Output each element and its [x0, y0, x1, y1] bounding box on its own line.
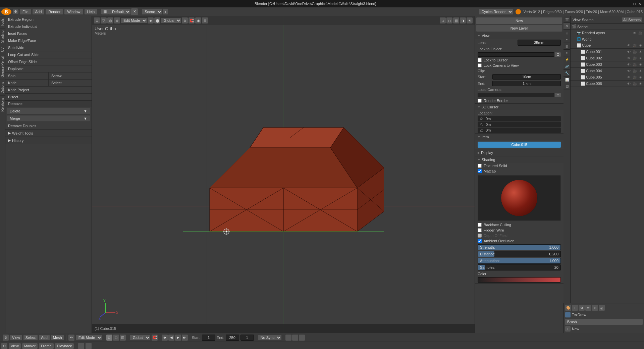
rptab-material[interactable]: ● — [564, 36, 570, 43]
mesh-menu-btn[interactable]: Mesh — [51, 335, 64, 340]
rl-eye[interactable]: 👁 — [632, 31, 637, 35]
hidden-wire-checkbox[interactable] — [478, 228, 482, 232]
cube-cam[interactable]: 🎥 — [632, 43, 637, 48]
tool-make-edge-face[interactable]: Make Edge/Face — [5, 37, 92, 44]
tool-remove-doubles[interactable]: Remove Doubles — [5, 122, 92, 130]
vtab-uv[interactable]: UV — [0, 45, 5, 54]
render-border-checkbox[interactable] — [478, 99, 482, 103]
viewport-3d[interactable]: ⊙ ▽ ◎ ⊕ Edit Mode ☻ ⬤ Global ⊛ 🧲 ◉ ⊞ □ ◻ — [92, 16, 475, 333]
display-section-header[interactable]: ▶ Display — [475, 149, 564, 156]
section-history[interactable]: ▶ History — [5, 137, 92, 144]
rptab-object[interactable]: ⊙ — [564, 23, 570, 30]
vtab-options[interactable]: Options — [0, 80, 5, 95]
anim-extra-1[interactable] — [285, 335, 291, 341]
all-scenes-btn[interactable]: All Scenes — [622, 17, 642, 22]
scene-selector[interactable]: Scene — [142, 9, 162, 14]
anim-extra-2[interactable] — [292, 335, 298, 341]
menu-help[interactable]: Help — [85, 9, 98, 14]
cube003-cam[interactable]: 🎥 — [632, 62, 637, 67]
clip-end-value[interactable]: 1 km — [492, 81, 561, 86]
engine-selector[interactable]: Cycles Render — [479, 9, 513, 14]
cursor-section-header[interactable]: ▼ 3D Cursor — [475, 104, 564, 110]
outliner-cube-002[interactable]: ⬜ Cube.002 👁 🎥 ☀ — [571, 55, 644, 61]
outliner-world[interactable]: 🌐 World — [571, 36, 644, 42]
rptab-scene[interactable]: 🎬 — [564, 16, 570, 23]
cube001-cam[interactable]: 🎥 — [632, 49, 637, 54]
vp-texture[interactable]: ▥ — [453, 17, 459, 23]
viewport-mode-selector[interactable]: Edit Mode — [121, 18, 147, 23]
cube006-eye[interactable]: 👁 — [627, 81, 631, 86]
menu-render[interactable]: Render — [46, 9, 63, 14]
cube-render[interactable]: ☀ — [638, 43, 643, 48]
cursor-y-row[interactable]: Y: 0m — [478, 122, 561, 127]
ao-checkbox[interactable] — [478, 239, 482, 243]
vp-pivot-icon[interactable]: ⊛ — [182, 17, 188, 23]
vp-wire[interactable]: ◻ — [446, 17, 452, 23]
maximize-btn[interactable]: □ — [633, 2, 636, 6]
lock-object-input[interactable] — [478, 52, 554, 57]
tool-loop-cut[interactable]: Loop Cut and Slide — [5, 51, 92, 58]
search-btn[interactable]: Search — [582, 18, 594, 22]
layout-icons[interactable]: ▦ — [101, 9, 109, 14]
anim-icon-1[interactable]: ⊙ — [3, 335, 9, 341]
rptab-data[interactable]: 📊 — [564, 77, 570, 83]
select-menu-btn[interactable]: Select — [23, 335, 38, 340]
menu-add[interactable]: Add — [33, 9, 45, 14]
tool-extrude-individual[interactable]: Extrude Individual — [5, 23, 92, 30]
tool-select[interactable]: Select — [49, 80, 92, 86]
color-slider[interactable] — [478, 277, 561, 283]
tool-inset-faces[interactable]: Inset Faces — [5, 30, 92, 37]
section-weight-tools[interactable]: ▶ Weight Tools — [5, 130, 92, 137]
view-status-btn[interactable]: View — [9, 343, 21, 349]
vtab-relations[interactable]: Relations — [0, 95, 5, 114]
rptab-render[interactable]: 🖼 — [564, 83, 570, 90]
anim-extra-3[interactable] — [299, 335, 305, 341]
solid-mode-btn[interactable]: □ — [106, 335, 112, 341]
new-icon[interactable]: + — [565, 326, 571, 332]
vp-occlude[interactable]: ⊞ — [202, 17, 208, 23]
vp-solid[interactable]: □ — [440, 17, 446, 23]
play-btn[interactable]: ▶ — [175, 335, 181, 341]
new-layer-button[interactable]: New Layer — [476, 25, 562, 32]
play-back-btn[interactable]: ◀ — [168, 335, 174, 341]
viewport-pivot-selector[interactable]: Global — [161, 18, 181, 23]
cube001-eye[interactable]: 👁 — [627, 49, 631, 54]
info-icon[interactable]: ⊙ — [1, 343, 7, 349]
scene-add[interactable]: + — [163, 9, 168, 14]
wire-mode-btn[interactable]: ◻ — [113, 335, 119, 341]
rptab-modifiers[interactable]: 🔧 — [564, 70, 570, 77]
vp-icon-3[interactable]: ◎ — [107, 17, 113, 23]
lens-value[interactable]: 35mm — [518, 40, 561, 46]
vp-mode-icon[interactable]: ☻ — [148, 17, 154, 23]
menu-window[interactable]: Window — [64, 9, 83, 14]
tool-knife[interactable]: Knife — [5, 80, 49, 86]
outliner-scene[interactable]: 🎬 Scene — [571, 24, 644, 30]
cube004-cam[interactable]: 🎥 — [632, 68, 637, 73]
brush-icon-5[interactable]: ⊙ — [592, 305, 598, 311]
start-frame[interactable]: 1 — [202, 335, 215, 341]
vp-material[interactable]: ◑ — [460, 17, 466, 23]
cube006-render[interactable]: ☀ — [638, 81, 643, 86]
tool-subdivide[interactable]: Subdivide — [5, 44, 92, 51]
lock-object-btn[interactable]: ⊙ — [555, 52, 561, 57]
outliner-cube-004[interactable]: ⬜ Cube.004 👁 🎥 ☀ — [571, 68, 644, 74]
render-icon[interactable] — [516, 9, 521, 14]
snap-btn[interactable]: 🧲 — [152, 335, 158, 341]
local-camera-btn[interactable]: ⊙ — [555, 93, 561, 97]
cube004-eye[interactable]: 👁 — [627, 68, 631, 73]
brush-icon-1[interactable]: 🎨 — [565, 305, 571, 311]
rptab-particles[interactable]: ⁕ — [564, 50, 570, 56]
item-name-field[interactable] — [478, 142, 561, 148]
rptab-mesh[interactable]: △ — [564, 30, 570, 36]
tool-delete[interactable]: Delete ▼ — [7, 108, 90, 114]
current-frame[interactable]: 1 — [240, 335, 254, 341]
view-menu-btn[interactable]: View — [10, 335, 22, 340]
rptab-constraints[interactable]: 🔗 — [564, 63, 570, 70]
view-btn[interactable]: View — [573, 18, 581, 22]
tool-knife-project[interactable]: Knife Project — [5, 87, 92, 94]
ao-strength-slider[interactable]: Strength: 1.000 — [478, 244, 561, 250]
textured-solid-checkbox[interactable] — [478, 164, 482, 168]
new-button[interactable]: New — [476, 17, 562, 24]
rptab-physics[interactable]: ⚡ — [564, 56, 570, 63]
tool-bisect[interactable]: Bisect — [5, 94, 92, 101]
